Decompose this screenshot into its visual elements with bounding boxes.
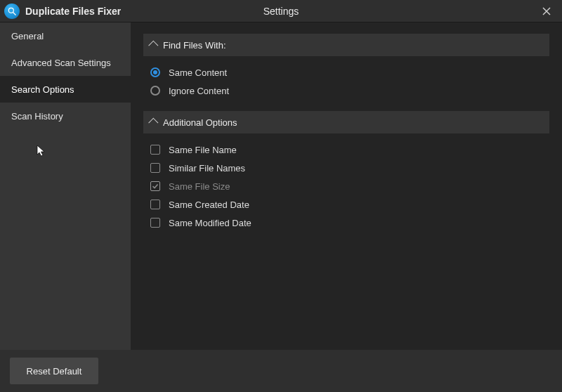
titlebar-left: Duplicate Files Fixer (4, 4, 121, 19)
reset-default-button[interactable]: Reset Default (10, 358, 98, 384)
settings-window: Duplicate Files Fixer Settings General A… (0, 0, 562, 392)
check-label: Same Modified Date (169, 218, 251, 228)
svg-point-0 (8, 8, 13, 13)
section-header-find-files[interactable]: Find Files With: (143, 34, 549, 56)
check-same-modified-date[interactable]: Same Modified Date (150, 214, 542, 232)
sidebar-item-search-options[interactable]: Search Options (0, 76, 131, 103)
content-panel: Find Files With: Same Content Ignore Con… (131, 22, 562, 350)
check-label: Same File Size (169, 181, 230, 192)
checkbox-icon (150, 145, 160, 155)
sidebar-item-scan-history[interactable]: Scan History (0, 103, 131, 129)
checkbox-icon (150, 181, 160, 191)
radio-label: Same Content (169, 67, 227, 78)
chevron-up-icon (148, 41, 158, 51)
checkbox-icon (150, 200, 160, 209)
sidebar: General Advanced Scan Settings Search Op… (0, 22, 131, 350)
sidebar-item-label: Advanced Scan Settings (11, 58, 111, 68)
close-button[interactable] (535, 1, 558, 21)
check-same-file-size: Same File Size (150, 177, 542, 195)
app-title: Duplicate Files Fixer (25, 6, 121, 17)
checkbox-icon (150, 218, 160, 228)
check-similar-file-names[interactable]: Similar File Names (150, 159, 542, 177)
section-header-additional[interactable]: Additional Options (143, 111, 549, 133)
chevron-up-icon (148, 118, 158, 128)
radio-icon (150, 67, 160, 77)
check-same-file-name[interactable]: Same File Name (150, 141, 542, 159)
sidebar-item-label: Search Options (11, 84, 74, 95)
sidebar-item-general[interactable]: General (0, 22, 131, 49)
radio-ignore-content[interactable]: Ignore Content (150, 81, 542, 100)
checkbox-icon (150, 163, 160, 173)
svg-line-1 (13, 12, 16, 15)
check-label: Same Created Date (169, 200, 249, 210)
sidebar-item-advanced-scan[interactable]: Advanced Scan Settings (0, 49, 131, 76)
sidebar-item-label: General (11, 31, 44, 41)
close-icon (542, 7, 551, 15)
radio-label: Ignore Content (169, 86, 229, 96)
radio-same-content[interactable]: Same Content (150, 63, 542, 81)
titlebar: Duplicate Files Fixer Settings (0, 0, 562, 22)
check-same-created-date[interactable]: Same Created Date (150, 195, 542, 214)
app-logo-icon (4, 4, 20, 19)
section-body-additional: Same File Name Similar File Names Same F… (143, 133, 549, 243)
section-title: Additional Options (163, 117, 237, 128)
check-label: Same File Name (169, 145, 237, 155)
section-body-find-files: Same Content Ignore Content (143, 56, 549, 111)
check-label: Similar File Names (169, 163, 245, 174)
mouse-cursor-icon (37, 145, 46, 157)
section-title: Find Files With: (163, 40, 226, 51)
sidebar-item-label: Scan History (11, 111, 63, 122)
footer: Reset Default (0, 350, 562, 392)
radio-icon (150, 86, 160, 96)
body: General Advanced Scan Settings Search Op… (0, 22, 562, 350)
